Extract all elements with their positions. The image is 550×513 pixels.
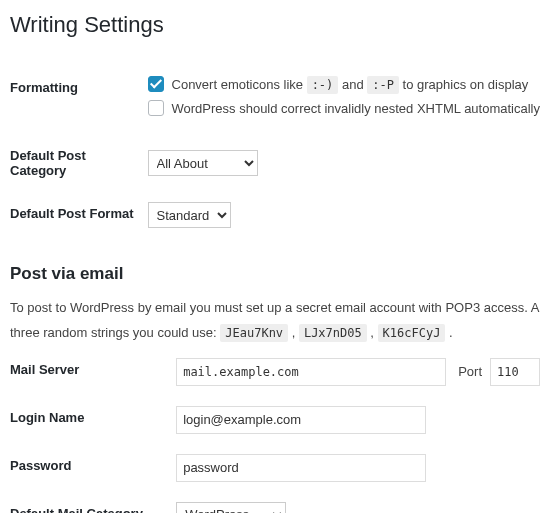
port-label: Port — [458, 364, 482, 379]
emoticon-code-smile: :-) — [307, 76, 339, 94]
default-post-format-select[interactable]: Standard — [148, 202, 231, 228]
mail-server-label: Mail Server — [10, 348, 176, 396]
emoticons-label: Convert emoticons like :-) and :-P to gr… — [172, 77, 529, 92]
post-via-email-desc-1: To post to WordPress by email you must s… — [10, 298, 540, 319]
default-post-format-label: Default Post Format — [10, 192, 148, 238]
formatting-label: Formatting — [10, 66, 148, 134]
xhtml-checkbox[interactable] — [148, 100, 164, 116]
password-label: Password — [10, 444, 176, 492]
xhtml-label: WordPress should correct invalidly neste… — [172, 101, 540, 116]
emoticons-checkbox[interactable] — [148, 76, 164, 92]
email-settings-table: Mail Server Port Login Name Password Def… — [10, 348, 540, 513]
emoticon-code-tongue: :-P — [367, 76, 399, 94]
random-string-3: K16cFCyJ — [378, 324, 446, 342]
password-input[interactable] — [176, 454, 426, 482]
default-mail-category-label: Default Mail Category — [10, 492, 176, 513]
default-mail-category-select[interactable]: WordPress — [176, 502, 286, 513]
login-name-input[interactable] — [176, 406, 426, 434]
default-post-category-label: Default Post Category — [10, 134, 148, 192]
mail-server-input[interactable] — [176, 358, 446, 386]
port-input[interactable] — [490, 358, 540, 386]
random-string-2: LJx7nD05 — [299, 324, 367, 342]
post-via-email-desc-2: three random strings you could use: JEau… — [10, 323, 540, 344]
post-via-email-heading: Post via email — [10, 264, 540, 284]
writing-settings-table: Formatting Convert emoticons like :-) an… — [10, 66, 540, 238]
page-title: Writing Settings — [10, 12, 540, 38]
default-post-category-select[interactable]: All About — [148, 150, 258, 176]
login-name-label: Login Name — [10, 396, 176, 444]
random-string-1: JEau7Knv — [220, 324, 288, 342]
